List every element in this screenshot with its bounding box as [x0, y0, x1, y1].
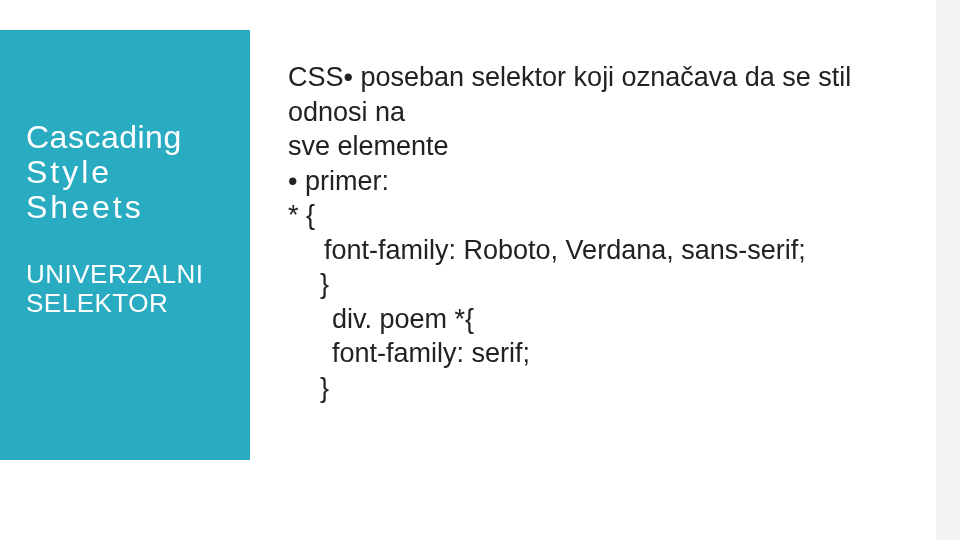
- body-line: CSS• poseban selektor koji označava da s…: [288, 62, 851, 92]
- body-line-indented: div. poem *{: [288, 302, 920, 337]
- body-content: CSS• poseban selektor koji označava da s…: [288, 60, 920, 405]
- body-line: sve elemente: [288, 131, 449, 161]
- slide-title: Cascading Style Sheets: [26, 120, 224, 226]
- body-line-indented: font-family: serif;: [288, 336, 920, 371]
- body-line: * {: [288, 200, 315, 230]
- title-line-1: Cascading: [26, 120, 224, 155]
- title-line-2: Style Sheets: [26, 155, 224, 225]
- body-line-indented: }: [288, 267, 920, 302]
- slide-subtitle: UNIVERZALNI SELEKTOR: [26, 260, 224, 320]
- body-line-indented: }: [288, 371, 920, 406]
- body-line-indented: font-family: Roboto, Verdana, sans-serif…: [288, 233, 920, 268]
- slide: Cascading Style Sheets UNIVERZALNI SELEK…: [0, 0, 960, 540]
- body-line: • primer:: [288, 166, 389, 196]
- title-panel: Cascading Style Sheets UNIVERZALNI SELEK…: [0, 30, 250, 460]
- right-accent-strip: [936, 0, 960, 540]
- body-line: odnosi na: [288, 97, 405, 127]
